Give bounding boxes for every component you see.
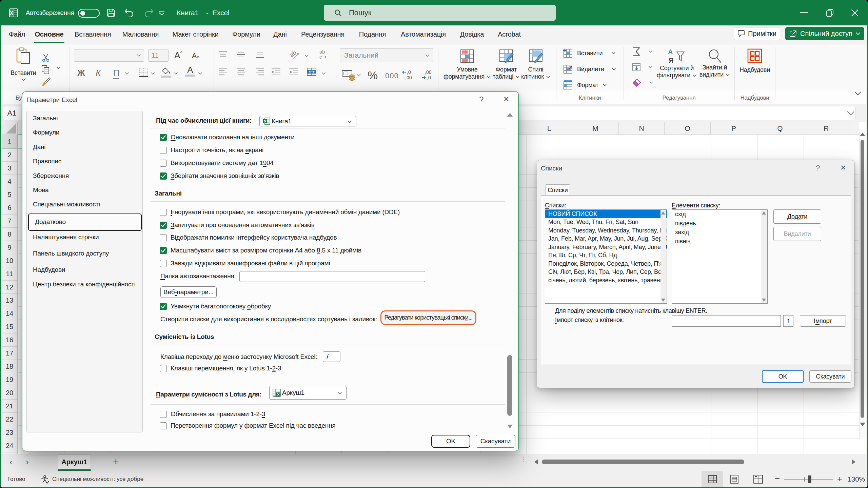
column-header[interactable]: R	[803, 122, 849, 135]
listbox-scrollbar[interactable]	[660, 210, 666, 303]
nav-item-trust-center[interactable]: Центр безпеки та конфіденційності	[33, 281, 136, 288]
search-input[interactable]: Пошук	[324, 5, 556, 21]
column-header[interactable]: Q	[757, 122, 803, 135]
row-header[interactable]: 14	[2, 307, 17, 320]
shrink-font-button[interactable]: A˅	[192, 52, 199, 60]
decrease-decimal-icon[interactable]: ,00 ,0	[421, 69, 433, 81]
nav-item-quick-access[interactable]: Панель швидкого доступу	[33, 250, 109, 257]
new-sheet-button[interactable]: +	[113, 456, 119, 468]
zoom-in-button[interactable]: +	[837, 474, 842, 484]
menu-key-input[interactable]: /	[323, 351, 340, 362]
format-cells-button[interactable]: Формат	[563, 80, 607, 90]
vertical-scrollbar-thumb[interactable]	[861, 140, 864, 418]
align-middle-icon[interactable]	[237, 51, 245, 59]
lists-cancel-button[interactable]: Скасувати	[809, 370, 851, 383]
view-page-layout-icon[interactable]	[730, 475, 739, 484]
row-header[interactable]: 23	[2, 426, 17, 439]
row-header[interactable]: 16	[2, 333, 17, 347]
list-item[interactable]: Січ, Лют, Бер, Кві, Тра, Чер, Лип, Сер, …	[545, 268, 667, 276]
options-scrollbar[interactable]	[506, 113, 514, 452]
orientation-icon[interactable]: ab	[290, 50, 302, 60]
nav-item-proofing[interactable]: Правопис	[33, 158, 61, 165]
import-range-input[interactable]	[672, 315, 781, 327]
view-page-break-icon[interactable]	[753, 475, 763, 484]
checkbox-lotus-evaluation[interactable]	[160, 411, 167, 418]
comma-style-button[interactable]: 000	[385, 72, 399, 80]
cut-icon[interactable]	[42, 54, 50, 62]
align-center-icon[interactable]	[237, 68, 245, 76]
nav-item-customize-ribbon[interactable]: Налаштування стрічки	[33, 233, 99, 241]
merge-chevron-icon[interactable]	[321, 72, 326, 75]
close-window-icon[interactable]	[851, 9, 859, 17]
listbox-scroll-up-icon[interactable]	[661, 211, 665, 215]
tab-page-layout[interactable]: Макет сторінки	[171, 25, 220, 44]
horizontal-scrollbar-thumb[interactable]	[542, 460, 744, 464]
row-header[interactable]: 24	[2, 439, 17, 452]
tab-automate[interactable]: Автоматизація	[399, 25, 448, 44]
collapse-ribbon-icon[interactable]	[854, 91, 862, 96]
row-header[interactable]: 6	[2, 201, 17, 215]
web-options-button[interactable]: Веб-параметри...	[160, 286, 217, 298]
delete-list-button[interactable]: Видалити	[773, 227, 821, 241]
nav-item-accessibility[interactable]: Спеціальні можливості	[33, 201, 100, 208]
sort-filter-button[interactable]: А Я Сортувати й фільтрувати	[656, 48, 697, 79]
row-header[interactable]: 3	[2, 162, 17, 175]
list-item[interactable]: January, February, March, April, May, Ju…	[545, 243, 667, 251]
checkbox-1904-dates[interactable]	[160, 160, 167, 167]
options-ok-button[interactable]: OK	[431, 435, 470, 448]
decrease-indent-icon[interactable]	[271, 68, 281, 76]
excel-app-icon[interactable]	[9, 8, 18, 17]
borders-icon[interactable]	[139, 67, 149, 77]
nav-item-advanced-selected[interactable]: Додатково	[28, 214, 142, 231]
row-header[interactable]: 18	[2, 360, 17, 373]
scroll-up-icon[interactable]	[860, 133, 865, 136]
edit-custom-lists-button[interactable]: Редагувати користувацькі списки...	[380, 310, 476, 325]
row-header[interactable]: 22	[2, 413, 17, 426]
row-header[interactable]: 15	[2, 320, 17, 333]
entries-scroll-down-icon[interactable]	[762, 299, 766, 302]
paste-button[interactable]: Вставити	[10, 47, 37, 81]
row-header[interactable]: 1	[2, 135, 17, 148]
tab-acrobat[interactable]: Acrobat	[496, 25, 522, 44]
row-header[interactable]: 17	[2, 347, 17, 360]
status-accessibility[interactable]: Спеціальні можливості: усе добре	[52, 471, 143, 487]
entry-item[interactable]: захід	[672, 228, 767, 237]
undo-icon[interactable]	[124, 8, 134, 18]
row-header[interactable]: 9	[2, 241, 17, 254]
row-header[interactable]: 5	[2, 188, 17, 201]
align-bottom-icon[interactable]	[255, 51, 264, 59]
expand-formula-bar-icon[interactable]	[846, 111, 855, 116]
column-header[interactable]: L	[526, 122, 572, 135]
checkbox-update-links[interactable]	[160, 134, 167, 141]
font-color-button[interactable]: A	[185, 65, 195, 77]
underline-button[interactable]: П	[113, 68, 119, 79]
checkbox-scale-a4[interactable]	[160, 247, 167, 254]
column-header[interactable]: O	[665, 122, 711, 135]
sheet-tab-active[interactable]: Аркуш1	[58, 454, 91, 471]
save-icon[interactable]	[106, 8, 116, 17]
zoom-slider-thumb[interactable]	[808, 475, 811, 483]
checkbox-precision-displayed[interactable]	[160, 147, 167, 154]
list-item[interactable]: Mon, Tue, Wed, Thu, Fri, Sat, Sun	[545, 218, 667, 226]
share-button[interactable]: Спільний доступ	[785, 27, 864, 40]
row-header[interactable]: 21	[2, 400, 17, 413]
grow-font-button[interactable]: A^	[174, 50, 182, 61]
increase-decimal-icon[interactable]: ,0 ,00	[402, 69, 413, 81]
options-close-button[interactable]: ✕	[503, 95, 509, 104]
nav-item-save[interactable]: Збереження	[33, 172, 69, 180]
list-item[interactable]: Monday, Tuesday, Wednesday, Thursday, Fr…	[545, 226, 667, 235]
font-name-combo[interactable]	[74, 49, 144, 62]
row-header[interactable]: 20	[2, 386, 17, 400]
row-header[interactable]: 4	[2, 175, 17, 188]
restore-window-icon[interactable]	[826, 9, 833, 17]
row-header[interactable]: 7	[2, 215, 17, 228]
quick-access-menu-icon[interactable]	[158, 11, 165, 16]
lists-ok-button[interactable]: OK	[762, 370, 804, 383]
align-top-icon[interactable]	[219, 51, 228, 59]
tab-formulas[interactable]: Формули	[232, 25, 261, 44]
accessibility-icon[interactable]	[41, 475, 50, 484]
conditional-formatting-button[interactable]: Умовне форматування	[447, 49, 488, 80]
nav-item-language[interactable]: Мова	[33, 186, 48, 194]
row-header[interactable]: 8	[2, 228, 17, 241]
select-all-corner[interactable]	[2, 122, 18, 135]
